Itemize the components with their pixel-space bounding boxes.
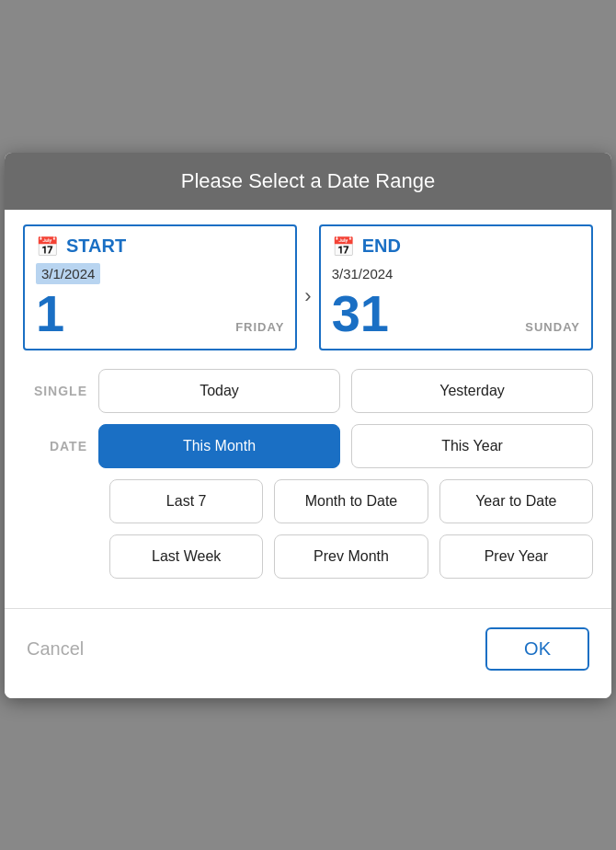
- today-button[interactable]: Today: [98, 369, 340, 413]
- prev-year-button[interactable]: Prev Year: [439, 534, 593, 579]
- yesterday-button[interactable]: Yesterday: [351, 369, 593, 413]
- this-year-button[interactable]: This Year: [351, 424, 593, 468]
- start-label-row: 📅 START: [36, 235, 284, 258]
- end-weekday: SUNDAY: [525, 320, 580, 334]
- last7-button[interactable]: Last 7: [109, 479, 263, 523]
- dialog-body: 📅 START 3/1/2024 1 FRIDAY › 📅 END: [5, 210, 611, 599]
- year-to-date-button[interactable]: Year to Date: [439, 479, 593, 523]
- month-to-date-button[interactable]: Month to Date: [274, 479, 428, 523]
- date-range-dialog: Please Select a Date Range 📅 START 3/1/2…: [5, 153, 611, 698]
- end-date-value: 3/31/2024: [332, 263, 394, 284]
- buttons-section: SINGLE Today Yesterday DATE This Month T…: [23, 369, 593, 599]
- start-weekday: FRIDAY: [235, 320, 284, 334]
- date-arrow: ›: [297, 284, 318, 308]
- dialog-title: Please Select a Date Range: [181, 169, 435, 192]
- prev-month-button[interactable]: Prev Month: [274, 534, 428, 579]
- this-month-button[interactable]: This Month: [98, 424, 340, 468]
- end-label-row: 📅 END: [332, 235, 580, 258]
- start-date-box[interactable]: 📅 START 3/1/2024 1 FRIDAY: [23, 224, 297, 350]
- single-row: SINGLE Today Yesterday: [23, 369, 593, 413]
- end-date-box[interactable]: 📅 END 3/31/2024 31 SUNDAY: [319, 224, 593, 350]
- start-day-row: 1 FRIDAY: [36, 288, 284, 339]
- end-label: END: [362, 235, 401, 257]
- end-day-number: 31: [332, 288, 389, 339]
- end-calendar-icon: 📅: [332, 235, 355, 258]
- start-day-number: 1: [36, 288, 64, 339]
- range-row-1: Last 7 Month to Date Year to Date: [23, 479, 593, 523]
- date-label: DATE: [23, 439, 87, 454]
- end-day-row: 31 SUNDAY: [332, 288, 580, 339]
- dialog-header: Please Select a Date Range: [5, 153, 611, 210]
- range-row-2: Last Week Prev Month Prev Year: [23, 534, 593, 579]
- start-label: START: [66, 235, 126, 257]
- date-row: DATE This Month This Year: [23, 424, 593, 468]
- last-week-button[interactable]: Last Week: [109, 534, 263, 579]
- single-label: SINGLE: [23, 384, 87, 398]
- cancel-button[interactable]: Cancel: [27, 638, 84, 660]
- date-range-row: 📅 START 3/1/2024 1 FRIDAY › 📅 END: [23, 224, 593, 350]
- start-date-value: 3/1/2024: [36, 263, 100, 284]
- start-calendar-icon: 📅: [36, 235, 59, 258]
- ok-button[interactable]: OK: [485, 627, 589, 671]
- dialog-footer: Cancel OK: [5, 608, 611, 698]
